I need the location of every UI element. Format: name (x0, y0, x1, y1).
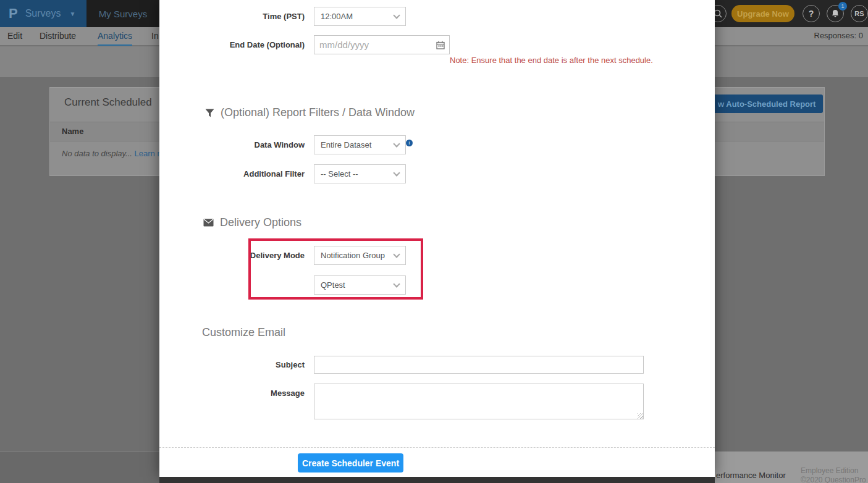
delivery-mode-label: Delivery Mode (159, 246, 305, 265)
data-window-select[interactable]: Entire Dataset (314, 135, 406, 154)
panel-title: Current Scheduled (64, 96, 152, 109)
tab-analytics[interactable]: Analytics (98, 27, 132, 46)
textarea-resize-handle[interactable] (638, 413, 643, 419)
tab-edit[interactable]: Edit (7, 27, 22, 46)
end-date-input[interactable] (314, 35, 450, 54)
upgrade-now-button[interactable]: Upgrade Now (731, 5, 794, 22)
tab-distribute[interactable]: Distribute (40, 27, 76, 46)
tab-integrations[interactable]: In (151, 27, 159, 46)
message-textarea[interactable] (314, 384, 644, 419)
modal-bottom-strip (159, 477, 715, 483)
avatar[interactable]: RS (851, 5, 868, 22)
footer-performance-monitor-link[interactable]: erformance Monitor (716, 471, 786, 480)
filters-section-heading: (Optional) Report Filters / Data Window (205, 106, 415, 119)
customize-email-heading: Customize Email (202, 326, 285, 339)
time-select[interactable]: 12:00AM (314, 7, 406, 26)
footer-edition-label: Employee Edition (801, 466, 858, 475)
new-auto-scheduled-report-button[interactable]: w Auto-Scheduled Report (710, 94, 823, 113)
brand-block[interactable]: P Surveys ▼ (0, 0, 86, 27)
surveys-menu[interactable]: Surveys (25, 8, 61, 19)
envelope-icon (203, 219, 214, 227)
info-icon[interactable]: i (406, 140, 413, 146)
notification-group-select[interactable]: QPtest (314, 275, 406, 295)
subject-input[interactable] (314, 356, 644, 374)
subject-label: Subject (159, 355, 305, 374)
customize-heading-text: Customize Email (202, 326, 285, 339)
end-date-label: End Date (Optional) (159, 35, 305, 54)
my-surveys-tab[interactable]: My Surveys (86, 0, 159, 27)
filters-heading-text: (Optional) Report Filters / Data Window (221, 106, 415, 119)
questionpro-logo-icon: P (9, 6, 18, 22)
data-window-label: Data Window (159, 135, 305, 154)
help-icon[interactable]: ? (803, 5, 820, 22)
time-label: Time (PST) (159, 7, 305, 26)
delivery-mode-select-value: Notification Group (321, 251, 394, 260)
column-header-name: Name (62, 127, 83, 136)
no-data-text: No data to display... (62, 149, 135, 158)
message-label: Message (159, 384, 305, 403)
additional-filter-select-value: -- Select -- (321, 169, 394, 178)
chevron-down-icon (393, 169, 400, 176)
screen: P Surveys ▼ My Surveys Upgrade Now ? 1 R… (0, 0, 868, 483)
chevron-down-icon (393, 251, 400, 258)
end-date-note: Note: Ensure that the end date is after … (450, 56, 709, 65)
calendar-icon[interactable] (436, 41, 445, 49)
data-window-select-value: Entire Dataset (321, 140, 394, 149)
additional-filter-label: Additional Filter (159, 164, 305, 183)
create-scheduler-event-button[interactable]: Create Scheduler Event (298, 453, 403, 472)
delivery-mode-select[interactable]: Notification Group (314, 246, 406, 265)
filter-funnel-icon (205, 109, 214, 117)
chevron-down-icon (393, 12, 400, 19)
responses-count: Responses: 0 (814, 31, 864, 40)
chevron-down-icon (393, 280, 400, 287)
delivery-section-heading: Delivery Options (203, 216, 301, 229)
empty-table-message: No data to display... Learn m (62, 149, 164, 158)
chevron-down-icon: ▼ (69, 10, 75, 17)
scheduler-modal: Time (PST) 12:00AM End Date (Optional) N… (159, 0, 715, 477)
modal-footer-divider (159, 447, 715, 448)
chevron-down-icon (393, 140, 400, 147)
notification-badge: 1 (838, 2, 847, 10)
additional-filter-select[interactable]: -- Select -- (314, 164, 406, 183)
footer-copyright: ©2020 QuestionPro (801, 476, 866, 483)
notification-group-select-value: QPtest (321, 280, 394, 290)
delivery-heading-text: Delivery Options (220, 216, 301, 229)
time-select-value: 12:00AM (321, 12, 394, 21)
